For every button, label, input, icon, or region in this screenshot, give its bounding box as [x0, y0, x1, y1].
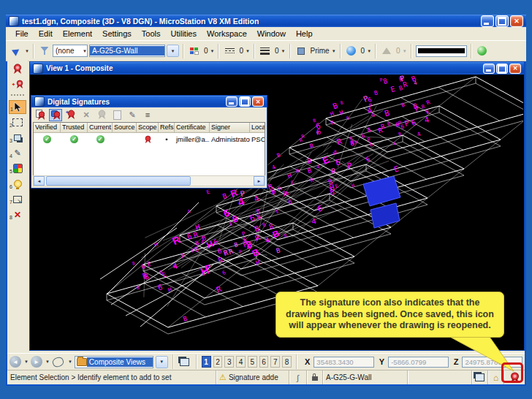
signature-row[interactable]: ✓ ✓ ✓ • jmiller@a... Administrator PSCL.…: [34, 133, 265, 145]
view-next-caret-icon[interactable]: ▼: [45, 360, 50, 364]
transparency-caret-icon[interactable]: ▼: [367, 49, 371, 53]
delete-signature-button[interactable]: ✕: [80, 109, 93, 121]
status-notification[interactable]: ⚠ Signature adde: [216, 370, 289, 384]
modify-tool[interactable]: 6: [9, 177, 26, 191]
active-level-combo[interactable]: A-G25-G-Wall: [89, 45, 165, 57]
active-class-caret-icon[interactable]: ▼: [332, 49, 336, 53]
view-minimize-button[interactable]: [483, 64, 495, 74]
element-template-icon[interactable]: [10, 44, 23, 58]
groups-tool[interactable]: 5: [9, 162, 26, 175]
line-weight-icon[interactable]: [259, 44, 272, 58]
sign-file-button[interactable]: [34, 109, 47, 121]
view-group-value: Composite Views: [87, 357, 153, 367]
template-combo[interactable]: (none ▼: [53, 45, 88, 57]
menu-window[interactable]: Window: [252, 28, 291, 39]
line-style-caret-icon[interactable]: ▼: [246, 49, 250, 53]
active-class-icon[interactable]: [294, 44, 308, 58]
verify-signatures-button[interactable]: [95, 109, 108, 121]
col-trusted[interactable]: Trusted: [61, 123, 88, 133]
maximize-button[interactable]: [495, 15, 509, 27]
active-color-caret-icon[interactable]: ▼: [210, 49, 215, 53]
digital-signature-tool-icon[interactable]: [9, 62, 26, 76]
view-toggle-2[interactable]: 2: [213, 356, 223, 368]
active-level-cell[interactable]: A-G25-G-Wall: [323, 370, 408, 384]
menu-tools[interactable]: Tools: [137, 28, 166, 39]
view-toggle-8[interactable]: 8: [282, 356, 292, 368]
level-filter-funnel-icon[interactable]: [38, 44, 51, 58]
view1-titlebar[interactable]: View 1 - Composite ✕: [30, 62, 524, 75]
signatures-titlebar[interactable]: Digital Signatures ✕: [31, 96, 267, 107]
x-coordinate-field[interactable]: 35483.3430: [314, 357, 374, 368]
view-maximize-button[interactable]: [496, 64, 508, 74]
fence-tool[interactable]: 2: [9, 115, 26, 129]
col-source[interactable]: Source: [113, 123, 137, 133]
menu-workspace[interactable]: Workspace: [202, 28, 252, 39]
menu-utilities[interactable]: Utilities: [166, 28, 202, 39]
manipulate-tool[interactable]: 3: [9, 131, 26, 145]
signature-cell-tool-icon[interactable]: ✦: [9, 77, 26, 91]
minimize-button[interactable]: [481, 15, 494, 27]
col-certificate[interactable]: Certificate: [175, 123, 210, 133]
sign-cell-button[interactable]: ✦: [64, 109, 77, 121]
col-location[interactable]: Location: [250, 123, 265, 133]
col-verified[interactable]: Verified: [34, 123, 61, 133]
menu-file[interactable]: File: [10, 28, 34, 39]
view-toggle-6[interactable]: 6: [259, 356, 269, 368]
snap-mode-cell[interactable]: ∫: [289, 370, 307, 384]
signer-value: Administrator: [210, 135, 250, 143]
col-refs[interactable]: Refs: [159, 123, 175, 133]
close-button[interactable]: ✕: [510, 15, 523, 27]
signature-list-button[interactable]: ≡: [141, 109, 154, 121]
view-next-button[interactable]: ►: [31, 356, 42, 368]
menu-element[interactable]: Element: [58, 28, 97, 39]
scroll-left-icon[interactable]: ◄: [34, 176, 45, 186]
scroll-right-icon[interactable]: ►: [254, 176, 265, 186]
line-weight-value: 0: [275, 47, 279, 55]
view-previous-caret-icon[interactable]: ▼: [24, 360, 28, 364]
fence-mode-cell[interactable]: [472, 370, 488, 384]
view-rotation-caret-icon[interactable]: ▼: [68, 360, 72, 364]
view-toggle-1[interactable]: 1: [202, 356, 211, 368]
y-coordinate-field[interactable]: -5866.0799: [388, 357, 449, 368]
signatures-minimize-button[interactable]: [226, 96, 238, 107]
toolbar-grip[interactable]: [11, 94, 24, 97]
manage-view-groups-icon[interactable]: [178, 354, 191, 369]
transparency-sphere-icon[interactable]: [345, 44, 358, 58]
col-signer[interactable]: Signer: [210, 123, 250, 133]
line-style-icon[interactable]: [223, 44, 236, 58]
view-toggle-7[interactable]: 7: [270, 356, 280, 368]
menu-settings[interactable]: Settings: [97, 28, 137, 39]
col-current[interactable]: Current: [88, 123, 113, 133]
view-signature-button[interactable]: [110, 109, 123, 121]
locks-cell[interactable]: [307, 370, 323, 384]
menu-bar: File Edit Element Settings Tools Utiliti…: [6, 27, 526, 40]
menu-help[interactable]: Help: [291, 28, 318, 39]
render-sphere-icon[interactable]: [476, 44, 489, 58]
delete-element-tool[interactable]: 8 ✕: [9, 208, 26, 221]
signatures-close-button[interactable]: ✕: [252, 96, 264, 107]
col-scope[interactable]: Scope: [137, 123, 159, 133]
change-attributes-tool[interactable]: 4 ✎: [9, 146, 26, 160]
current-check-icon: ✓: [96, 135, 104, 143]
active-color-icon[interactable]: [188, 44, 201, 58]
svg-text:R: R: [335, 137, 343, 148]
active-level-dropdown-button[interactable]: ▼: [167, 45, 179, 57]
menu-edit[interactable]: Edit: [34, 28, 58, 39]
certificate-properties-button[interactable]: ✎: [126, 109, 139, 121]
scrollbar-thumb[interactable]: [46, 176, 191, 186]
signatures-maximize-button[interactable]: [239, 96, 251, 107]
view-toggle-3[interactable]: 3: [224, 356, 234, 368]
view-toggle-4[interactable]: 4: [236, 356, 246, 368]
view-rotation-icon[interactable]: [52, 354, 65, 369]
view-close-button[interactable]: ✕: [509, 64, 521, 74]
sign-model-button[interactable]: [49, 109, 62, 121]
element-selection-tool[interactable]: 1: [9, 100, 26, 114]
view-toggle-5[interactable]: 5: [248, 356, 257, 368]
view-previous-button[interactable]: ◄: [10, 356, 21, 368]
view-group-dropdown-button[interactable]: ▼: [156, 356, 168, 368]
signatures-horizontal-scrollbar[interactable]: ◄ ►: [33, 175, 265, 186]
element-template-dropdown-icon[interactable]: ▼: [25, 49, 29, 53]
view-group-combo[interactable]: Composite Views: [75, 356, 153, 368]
line-weight-caret-icon[interactable]: ▼: [281, 49, 286, 53]
measure-tool[interactable]: 7 ↘: [9, 192, 26, 206]
